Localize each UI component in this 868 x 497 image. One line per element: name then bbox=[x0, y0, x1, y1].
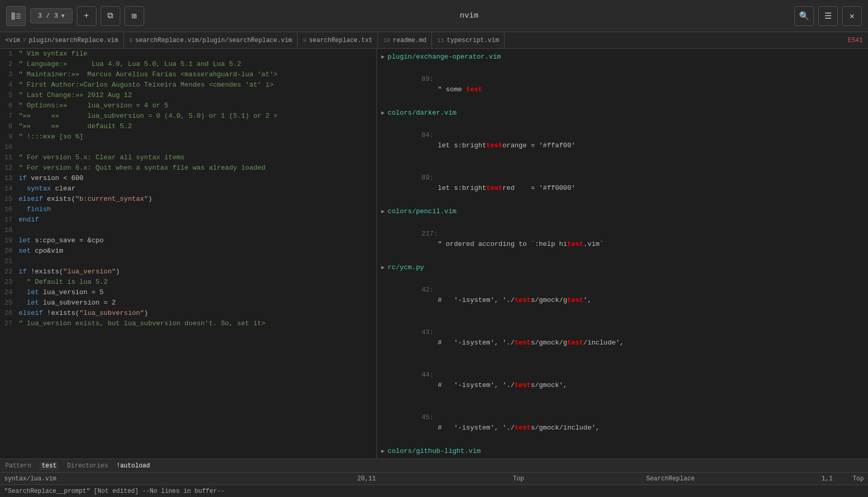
titlebar-right: 🔍 ☰ ✕ bbox=[794, 6, 862, 26]
table-row: 22 if !exists("lua_version") bbox=[0, 267, 376, 277]
code-area[interactable]: 1 " Vim syntax file 2 " Language:» Lua 4… bbox=[0, 49, 376, 459]
tab-8[interactable]: 8 searchReplace.vim/plugin/searchReplace… bbox=[124, 32, 298, 48]
add-icon: + bbox=[84, 11, 89, 21]
layout-button[interactable]: ⊞ bbox=[124, 6, 144, 26]
list-item[interactable]: 43: # '-isystem', './tests/gmock/gtest/i… bbox=[377, 316, 868, 359]
search-bar: Pattern test Directories !autoload bbox=[0, 459, 868, 472]
split-button[interactable]: ⧉ bbox=[101, 6, 120, 26]
table-row: 23 " Default is lua 5.2 bbox=[0, 277, 376, 287]
status-scroll: Top bbox=[487, 475, 550, 482]
list-item[interactable]: 89: " some test bbox=[377, 63, 868, 106]
tab-e541: E541 bbox=[843, 32, 868, 48]
result-file-section: ► plugin/exchange-operator.vim 89: " som… bbox=[377, 51, 868, 106]
table-row: 2 " Language:» Lua 4.0, Lua 5.0, Lua 5.1… bbox=[0, 59, 376, 70]
result-file-path[interactable]: colors/github-light.vim bbox=[388, 446, 481, 457]
list-item[interactable]: 42: # '-isystem', './tests/gmock/gtest', bbox=[377, 274, 868, 316]
line-content: " Last Change:»» 2012 Aug 12 bbox=[19, 90, 376, 101]
app-title: nvim bbox=[148, 11, 790, 20]
line-content: " Vim syntax file bbox=[19, 49, 376, 59]
status-filename: syntax/lua.vim bbox=[4, 475, 246, 482]
line-content: "»» »» lua_subversion = 0 (4.0, 5.0) or … bbox=[19, 111, 376, 121]
line-content: if version < 600 bbox=[19, 173, 376, 184]
bottom-bar: "SearchReplace__prompt" [Not edited] --N… bbox=[0, 485, 868, 497]
list-item[interactable]: 85: let s:brighttestorange = '#ffaf00' bbox=[377, 458, 868, 459]
line-number: 2 bbox=[0, 59, 19, 70]
line-content: " For version 5.x: Clear all syntax item… bbox=[19, 153, 376, 163]
status-mode: SearchReplace bbox=[550, 475, 791, 482]
line-content: if !exists("lua_version") bbox=[19, 267, 376, 277]
status-cursor-scroll: Top bbox=[833, 475, 864, 482]
result-file-header[interactable]: ► colors/pencil.vim bbox=[377, 205, 868, 218]
result-file-path[interactable]: colors/pencil.vim bbox=[388, 206, 457, 217]
line-number: 7 bbox=[0, 111, 19, 121]
table-row: 15 elseif exists("b:current_syntax") bbox=[0, 194, 376, 204]
pattern-value: test bbox=[39, 462, 59, 470]
titlebar: 3 / 3 ▼ + ⧉ ⊞ nvim 🔍 ☰ ✕ bbox=[0, 0, 868, 32]
list-item[interactable]: 217: " ordered according to `:help hites… bbox=[377, 218, 868, 260]
tab-9[interactable]: 9 searchReplace.txt bbox=[298, 32, 378, 48]
tab-vim[interactable]: <vim 7 plugin/searchReplace.vim bbox=[0, 32, 124, 48]
sidebar-toggle-button[interactable] bbox=[6, 6, 26, 26]
table-row: 6 " Options:»» lua_version = 4 or 5 bbox=[0, 101, 376, 111]
result-file-header[interactable]: ► colors/darker.vim bbox=[377, 107, 868, 119]
table-row: 17 endif bbox=[0, 215, 376, 225]
line-content: " Default is lua 5.2 bbox=[19, 277, 376, 287]
close-button[interactable]: ✕ bbox=[842, 6, 862, 26]
result-file-path[interactable]: rc/ycm.py bbox=[388, 263, 424, 273]
list-item[interactable]: 44: # '-isystem', './tests/gmock', bbox=[377, 359, 868, 402]
line-number: 12 bbox=[0, 163, 19, 173]
table-row: 19 let s:cpo_save = &cpo bbox=[0, 236, 376, 246]
table-row: 1 " Vim syntax file bbox=[0, 49, 376, 59]
line-content: endif bbox=[19, 215, 376, 225]
tab-bar: <vim 7 plugin/searchReplace.vim 8 search… bbox=[0, 32, 868, 49]
tab-9-num: 9 bbox=[303, 37, 306, 44]
line-number: 6 bbox=[0, 101, 19, 111]
list-item[interactable]: 89: let s:brighttestred = '#ff0000' bbox=[377, 162, 868, 204]
result-file-section: ► colors/pencil.vim 217: " ordered accor… bbox=[377, 205, 868, 260]
table-row: 25 let lua_subversion = 2 bbox=[0, 298, 376, 308]
list-item[interactable]: 45: # '-isystem', './tests/gmock/include… bbox=[377, 402, 868, 444]
table-row: 21 bbox=[0, 256, 376, 267]
tab-dropdown-arrow: ▼ bbox=[61, 13, 65, 19]
table-row: 20 set cpo&vim bbox=[0, 246, 376, 256]
result-file-path[interactable]: plugin/exchange-operator.vim bbox=[388, 52, 501, 62]
svg-rect-0 bbox=[11, 12, 15, 20]
line-number: 1 bbox=[0, 49, 19, 59]
table-row: 10 bbox=[0, 142, 376, 153]
table-row: 13 if version < 600 bbox=[0, 173, 376, 184]
line-content: elseif !exists("lua_subversion") bbox=[19, 308, 376, 319]
tab-10[interactable]: 10 readme.md bbox=[378, 32, 432, 48]
table-row: 8 "»» »» default 5.2 bbox=[0, 121, 376, 132]
line-content: " lua_version exists, but lua_subversion… bbox=[19, 319, 376, 329]
search-button[interactable]: 🔍 bbox=[794, 6, 814, 26]
result-file-header[interactable]: ► colors/github-light.vim bbox=[377, 445, 868, 458]
expand-arrow-icon: ► bbox=[381, 206, 385, 217]
table-row: 18 bbox=[0, 225, 376, 236]
tab-counter[interactable]: 3 / 3 ▼ bbox=[30, 8, 73, 23]
line-content: set cpo&vim bbox=[19, 246, 376, 256]
line-number: 10 bbox=[0, 142, 19, 153]
table-row: 7 "»» »» lua_subversion = 0 (4.0, 5.0) o… bbox=[0, 111, 376, 121]
pattern-label: Pattern bbox=[5, 462, 31, 470]
line-number: 16 bbox=[0, 204, 19, 215]
line-number: 18 bbox=[0, 225, 19, 236]
status-position: 20,11 bbox=[246, 475, 487, 482]
add-tab-button[interactable]: + bbox=[77, 6, 96, 26]
line-content: " Language:» Lua 4.0, Lua 5.0, Lua 5.1 a… bbox=[19, 59, 376, 70]
search-results-pane: ► plugin/exchange-operator.vim 89: " som… bbox=[377, 49, 868, 459]
result-file-header[interactable]: ► rc/ycm.py bbox=[377, 261, 868, 274]
table-row: 24 let lua_version = 5 bbox=[0, 287, 376, 298]
tab-11[interactable]: 11 typescript.vim bbox=[432, 32, 505, 48]
result-file-header[interactable]: ► plugin/exchange-operator.vim bbox=[377, 51, 868, 63]
result-file-path[interactable]: colors/darker.vim bbox=[388, 108, 457, 118]
table-row: 11 " For version 5.x: Clear all syntax i… bbox=[0, 153, 376, 163]
line-number: 19 bbox=[0, 236, 19, 246]
line-content: " Options:»» lua_version = 4 or 5 bbox=[19, 101, 376, 111]
tab-count-label: 3 / 3 bbox=[38, 12, 58, 20]
tab-7-num: 7 bbox=[23, 37, 26, 44]
list-item[interactable]: 84: let s:brighttestorange = '#ffaf00' bbox=[377, 119, 868, 162]
line-number: 3 bbox=[0, 70, 19, 80]
line-number: 22 bbox=[0, 267, 19, 277]
menu-button[interactable]: ☰ bbox=[818, 6, 838, 26]
status-cursor: 1,1 bbox=[791, 475, 833, 482]
